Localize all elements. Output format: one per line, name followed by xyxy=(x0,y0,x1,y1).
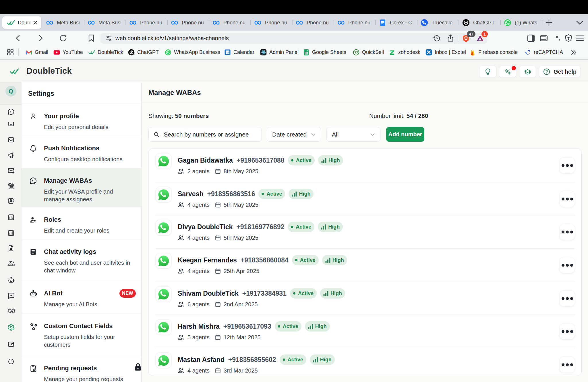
svg-text:10: 10 xyxy=(226,51,229,54)
